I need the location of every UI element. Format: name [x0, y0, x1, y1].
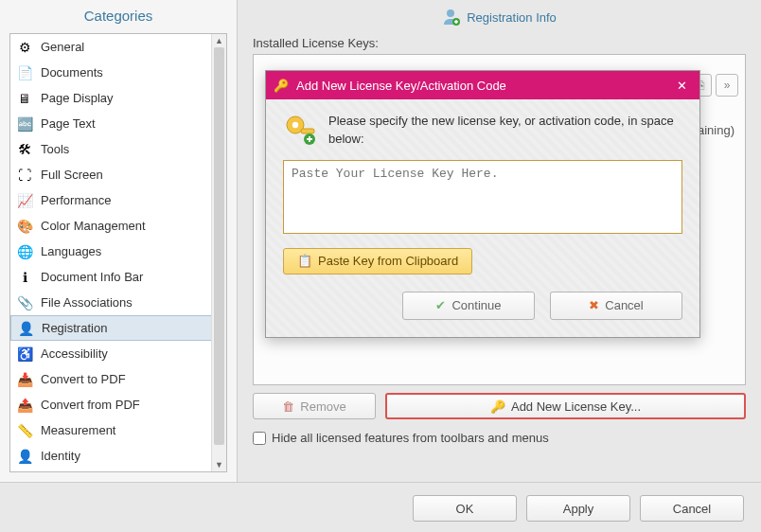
- sidebar-item-tools[interactable]: 🛠Tools: [10, 136, 226, 162]
- cancel-button[interactable]: Cancel: [640, 495, 744, 522]
- sidebar-item-page-text[interactable]: 🔤Page Text: [10, 111, 226, 136]
- sidebar-item-label: Measurement: [41, 423, 115, 437]
- installed-keys-label: Installed License Keys:: [253, 36, 746, 50]
- sidebar-item-label: Accessibility: [41, 346, 108, 361]
- languages-icon: 🌐: [14, 241, 35, 262]
- document-info-bar-icon: ℹ: [14, 267, 35, 288]
- convert-from-pdf-icon: 📤: [14, 395, 35, 416]
- hide-features-checkbox-row[interactable]: Hide all licensed features from toolbars…: [253, 431, 746, 445]
- sidebar-item-label: Identity: [41, 449, 80, 463]
- modal-titlebar[interactable]: 🔑 Add New License Key/Activation Code ✕: [266, 71, 699, 99]
- sidebar-item-color-management[interactable]: 🎨Color Management: [10, 213, 226, 239]
- sidebar-item-label: Color Management: [41, 219, 146, 233]
- remove-key-button[interactable]: 🗑 Remove: [253, 393, 376, 419]
- modal-title-text: Add New License Key/Activation Code: [296, 79, 506, 93]
- sidebar-item-label: File Associations: [41, 295, 133, 310]
- user-plus-icon: [442, 8, 461, 27]
- sidebar-item-label: Page Text: [41, 116, 96, 131]
- sidebar-item-label: Documents: [41, 65, 103, 80]
- sidebar-item-label: Full Screen: [41, 168, 103, 182]
- svg-point-0: [447, 9, 454, 17]
- performance-icon: 📈: [14, 190, 35, 211]
- sidebar-item-file-associations[interactable]: 📎File Associations: [10, 290, 226, 315]
- categories-sidebar: Categories ⚙General📄Documents🖥Page Displ…: [0, 0, 238, 482]
- sidebar-item-label: Registration: [42, 321, 107, 335]
- panel-title-row: Registration Info: [238, 0, 761, 36]
- sidebar-item-performance[interactable]: 📈Performance: [10, 187, 226, 213]
- page-text-icon: 🔤: [14, 114, 35, 134]
- scroll-thumb[interactable]: [214, 47, 224, 445]
- general-icon: ⚙: [14, 37, 35, 58]
- categories-title: Categories: [0, 0, 237, 33]
- page-display-icon: 🖥: [14, 88, 35, 109]
- check-icon: ✔: [435, 298, 446, 312]
- sidebar-item-identity[interactable]: 👤Identity: [10, 443, 226, 469]
- continue-button[interactable]: ✔ Continue: [402, 292, 535, 320]
- sidebar-scrollbar[interactable]: ▲ ▼: [211, 34, 226, 471]
- ok-button[interactable]: OK: [413, 495, 517, 522]
- add-license-key-button[interactable]: 🔑 Add New License Key...: [385, 393, 746, 419]
- sidebar-item-label: Convert to PDF: [41, 372, 126, 386]
- sidebar-item-document-info-bar[interactable]: ℹDocument Info Bar: [10, 264, 226, 290]
- modal-message: Please specify the new license key, or a…: [328, 113, 682, 149]
- sidebar-item-full-screen[interactable]: ⛶Full Screen: [10, 162, 226, 187]
- scroll-down-icon[interactable]: ▼: [212, 458, 226, 471]
- convert-to-pdf-icon: 📥: [14, 369, 35, 390]
- dialog-button-bar: OK Apply Cancel: [0, 485, 761, 532]
- license-key-input[interactable]: [283, 160, 682, 234]
- hide-features-checkbox[interactable]: [253, 432, 266, 445]
- scroll-up-icon[interactable]: ▲: [212, 34, 226, 47]
- full-screen-icon: ⛶: [14, 165, 35, 186]
- registration-icon: 👤: [15, 318, 36, 339]
- documents-icon: 📄: [14, 62, 35, 83]
- sidebar-item-label: Languages: [41, 244, 101, 258]
- sidebar-item-label: Performance: [41, 193, 111, 207]
- measurement-icon: 📏: [14, 420, 35, 441]
- sidebar-item-documents[interactable]: 📄Documents: [10, 60, 226, 85]
- sidebar-item-page-display[interactable]: 🖥Page Display: [10, 85, 226, 111]
- clipboard-icon: 📋: [297, 254, 312, 268]
- tools-icon: 🛠: [14, 139, 35, 160]
- expand-key-button[interactable]: »: [716, 74, 738, 97]
- close-icon[interactable]: ✕: [671, 79, 692, 93]
- paste-from-clipboard-button[interactable]: 📋 Paste Key from Clipboard: [283, 248, 472, 275]
- sidebar-item-convert-from-pdf[interactable]: 📤Convert from PDF: [10, 392, 226, 417]
- large-key-icon: [283, 113, 317, 147]
- key-plus-icon: 🔑: [490, 399, 505, 414]
- license-status-text: aining): [698, 123, 734, 137]
- add-license-modal: 🔑 Add New License Key/Activation Code ✕ …: [265, 70, 700, 338]
- key-icon: 🔑: [274, 79, 291, 93]
- sidebar-item-languages[interactable]: 🌐Languages: [10, 239, 226, 264]
- svg-rect-4: [301, 129, 314, 133]
- cancel-x-icon: ✖: [589, 298, 599, 312]
- sidebar-item-measurement[interactable]: 📏Measurement: [10, 417, 226, 443]
- sidebar-item-label: Page Display: [41, 91, 114, 105]
- modal-cancel-button[interactable]: ✖ Cancel: [550, 292, 682, 320]
- panel-title: Registration Info: [467, 10, 557, 25]
- sidebar-item-convert-to-pdf[interactable]: 📥Convert to PDF: [10, 366, 226, 392]
- sidebar-item-registration[interactable]: 👤Registration: [10, 315, 226, 341]
- sidebar-item-label: General: [41, 40, 84, 54]
- sidebar-item-general[interactable]: ⚙General: [10, 34, 226, 60]
- hide-features-label: Hide all licensed features from toolbars…: [272, 431, 549, 445]
- sidebar-item-label: Convert from PDF: [41, 398, 140, 412]
- apply-button[interactable]: Apply: [526, 495, 630, 522]
- sidebar-item-label: Document Info Bar: [41, 270, 143, 284]
- sidebar-item-accessibility[interactable]: ♿Accessibility: [10, 341, 226, 366]
- accessibility-icon: ♿: [14, 344, 35, 364]
- identity-icon: 👤: [14, 446, 35, 467]
- trash-icon: 🗑: [282, 399, 294, 414]
- sidebar-item-label: Tools: [41, 142, 69, 156]
- svg-point-3: [292, 122, 298, 128]
- file-associations-icon: 📎: [14, 293, 35, 313]
- color-management-icon: 🎨: [14, 216, 35, 237]
- categories-list: ⚙General📄Documents🖥Page Display🔤Page Tex…: [9, 33, 227, 472]
